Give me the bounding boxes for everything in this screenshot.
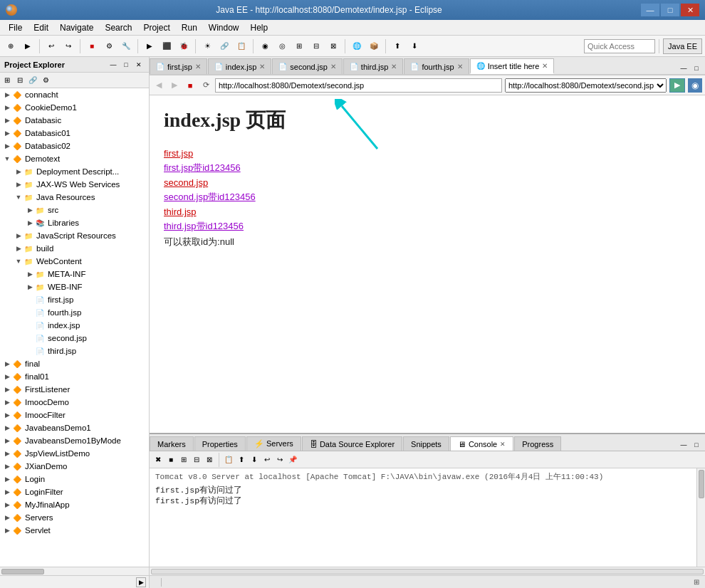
toolbar-btn-20[interactable]: 📦 [366,38,382,54]
tab-first-jsp[interactable]: 📄 first.jsp ✕ [150,58,207,74]
minimize-button[interactable]: — [641,4,659,16]
bottom-tab-properties[interactable]: Properties [194,436,246,451]
address-dropdown[interactable]: http://localhost:8080/Demotext/second.js… [505,78,667,93]
console-scrollbar-v[interactable] [696,468,705,567]
toolbar-btn-8[interactable]: ▶ [142,38,157,54]
tree-item-servlet[interactable]: ▶ 🔶 Servlet [0,524,149,537]
toolbar-new-btn[interactable]: ⊕ [3,38,19,54]
toolbar-btn-22[interactable]: ⬇ [407,38,422,54]
tab-close-btn[interactable]: ✕ [330,63,336,70]
tree-item-metainf[interactable]: ▶ 📁 META-INF [0,268,149,280]
tree-item-cookiedemo1[interactable]: ▶ 🔶 CookieDemo1 [0,101,149,114]
tab-fourth-jsp[interactable]: 📄 fourth.jsp ✕ [404,58,469,74]
toolbar-btn-13[interactable]: 📋 [234,38,249,54]
console-btn6[interactable]: 📋 [223,454,234,466]
tree-item-webcontent[interactable]: ▼ 📁 WebContent [0,255,149,268]
toolbar-btn-4[interactable]: ↪ [61,38,76,54]
tree-item-javaresources[interactable]: ▼ 📁 Java Resources [0,191,149,204]
menu-navigate[interactable]: Navigate [54,20,99,35]
stop-btn[interactable]: ■ [184,79,197,92]
toolbar-btn-6[interactable]: ⚙ [101,38,117,54]
menu-search[interactable]: Search [99,20,137,35]
tree-item-jspviewlistdemo[interactable]: ▶ 🔶 JspViewListDemo [0,447,149,460]
tree-item-login[interactable]: ▶ 🔶 Login [0,473,149,485]
link-second-jsp[interactable]: second.jsp [164,177,691,188]
bottom-tab-servers[interactable]: ⚡ Servers [246,436,301,451]
link-second-jsp-id[interactable]: second.jsp带id123456 [164,191,691,204]
menu-run[interactable]: Run [176,20,203,35]
tab-close-btn[interactable]: ✕ [391,63,397,70]
tree-item-firstjsp[interactable]: 📄 first.jsp [0,293,149,306]
toolbar-btn-15[interactable]: ◎ [274,38,290,54]
bottom-tab-console[interactable]: 🖥 Console ✕ [450,436,513,451]
tree-item-imoocfilter[interactable]: ▶ 🔶 ImoocFilter [0,409,149,421]
menu-project[interactable]: Project [137,20,175,35]
refresh-btn[interactable]: ⟳ [199,79,212,92]
console-btn5[interactable]: ⊠ [204,454,215,466]
tree-item-thirdjsp[interactable]: 📄 third.jsp [0,345,149,357]
console-stop-btn[interactable]: ■ [165,454,177,466]
tab-maximize-btn[interactable]: □ [691,63,702,74]
maximize-button[interactable]: □ [661,4,679,16]
toolbar-btn-17[interactable]: ⊟ [308,38,324,54]
bottom-minimize-btn[interactable]: — [678,439,689,451]
tree-item-secondjsp[interactable]: 📄 second.jsp [0,332,149,345]
tab-close-btn[interactable]: ✕ [259,63,265,70]
link-first-jsp-id[interactable]: first.jsp带id123456 [164,162,691,174]
menu-help[interactable]: Help [245,20,274,35]
toolbar-btn-14[interactable]: ◉ [257,38,273,54]
tab-insert-title[interactable]: 🌐 Insert title here ✕ [470,58,555,74]
tree-item-jsresources[interactable]: ▶ 📁 JavaScript Resources [0,229,149,242]
tree-item-src[interactable]: ▶ 📁 src [0,204,149,216]
tree-item-webinf[interactable]: ▶ 📁 WEB-INF [0,280,149,293]
address-input[interactable] [215,78,502,93]
tree-item-javabeansdemo1[interactable]: ▶ 🔶 JavabeansDemo1 [0,421,149,434]
bottom-tab-markers[interactable]: Markers [150,436,194,451]
toolbar-btn-2[interactable]: ▶ [20,38,36,54]
menu-edit[interactable]: Edit [28,20,54,35]
toolbar-btn-21[interactable]: ⬆ [390,38,405,54]
quick-access-input[interactable] [588,42,652,51]
tree-item-connacht[interactable]: ▶ 🔶 connacht [0,88,149,101]
quick-access-box[interactable] [584,39,655,53]
console-btn7[interactable]: ⬆ [236,454,247,466]
console-btn9[interactable]: ↩ [261,454,273,466]
go-btn[interactable]: ▶ [669,78,685,93]
menu-file[interactable]: File [3,20,28,35]
tree-item-databasic01[interactable]: ▶ 🔶 Databasic01 [0,127,149,140]
close-button[interactable]: ✕ [681,4,699,16]
toolbar-btn-3[interactable]: ↩ [43,38,59,54]
bookmark-btn[interactable]: ◉ [688,78,702,93]
tree-item-loginfilter[interactable]: ▶ 🔶 LoginFilter [0,485,149,498]
sidebar-maximize-btn[interactable]: □ [120,59,132,70]
console-btn11[interactable]: 📌 [287,454,298,466]
tab-index-jsp[interactable]: 📄 index.jsp ✕ [208,58,271,74]
console-btn8[interactable]: ⬇ [249,454,260,466]
forward-btn[interactable]: ▶ [168,79,181,92]
toolbar-btn-10[interactable]: 🐞 [176,38,192,54]
tree-item-jxiandemo[interactable]: ▶ 🔶 JXianDemo [0,460,149,473]
toolbar-btn-12[interactable]: 🔗 [216,38,232,54]
console-scrollbar-h[interactable] [150,567,705,575]
toolbar-btn-18[interactable]: ⊠ [325,38,341,54]
tree-item-myjfinalapp[interactable]: ▶ 🔶 MyJfinalApp [0,498,149,511]
tree-item-databasic[interactable]: ▶ 🔶 Databasic [0,114,149,127]
tree-item-firstlistener[interactable]: ▶ 🔶 FirstListener [0,383,149,396]
tree-item-jaxws[interactable]: ▶ 📁 JAX-WS Web Services [0,178,149,191]
tree-item-final[interactable]: ▶ 🔶 final [0,357,149,370]
tab-close-btn[interactable]: ✕ [457,63,463,70]
toolbar-btn-11[interactable]: ☀ [199,38,215,54]
sidebar-toolbar-btn4[interactable]: ⚙ [40,75,51,86]
back-btn[interactable]: ◀ [152,79,165,92]
tab-second-jsp[interactable]: 📄 second.jsp ✕ [272,58,343,74]
tree-item-indexjsp[interactable]: 📄 index.jsp [0,319,149,332]
tab-third-jsp[interactable]: 📄 third.jsp ✕ [343,58,404,74]
menu-window[interactable]: Window [203,20,245,35]
sidebar-scrollbar-h[interactable] [0,567,149,575]
perspective-button[interactable]: Java EE [663,38,702,54]
toolbar-btn-7[interactable]: 🔧 [118,38,134,54]
tree-item-fourthjsp[interactable]: 📄 fourth.jsp [0,306,149,319]
bottom-maximize-btn[interactable]: □ [691,439,702,451]
tree-item-servers[interactable]: ▶ 🔶 Servers [0,511,149,524]
console-btn4[interactable]: ⊟ [191,454,202,466]
